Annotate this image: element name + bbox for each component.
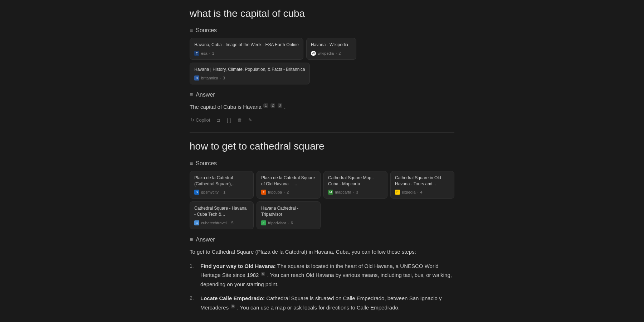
query-section-1: what is the capital of cuba ≡ Sources Ha… [190,7,454,124]
answer-icon-2: ≡ [190,236,193,243]
delete-button[interactable]: 🗑 [236,116,243,124]
source-favicon-cubatechtravel: C [194,220,199,225]
answer-period-1: . [284,104,286,110]
source-card-gpsmycity[interactable]: Plaza de la Catedral (Cathedral Square),… [190,171,254,199]
source-num-gpsmycity: 1 [223,190,225,194]
source-card-wiki[interactable]: Havana - Wikipedia W wikipedia · 2 [306,38,356,60]
source-meta-wiki: W wikipedia · 2 [311,51,352,56]
source-dot-tripadvisor: · [288,221,289,225]
step-1: 1. Find your way to Old Havana: The squa… [190,262,454,289]
copilot-icon: ↻ [190,117,194,123]
section-divider [190,132,454,133]
source-favicon-wiki: W [311,51,316,56]
source-title-wiki: Havana - Wikipedia [311,42,352,48]
edit-button[interactable]: ✎ [248,116,253,124]
source-site-wiki: wikipedia [318,51,334,55]
source-title-mapcarta: Cathedral Square Map - Cuba - Mapcarta [328,175,383,187]
step-1-num: 1. [190,262,196,289]
source-favicon-esa: E [194,51,199,56]
source-num-tripcuba: 2 [287,190,289,194]
bracket-button[interactable]: [ ] [226,116,231,124]
query-title-1: what is the capital of cuba [190,7,454,20]
source-site-britannica: britannica [201,76,218,80]
source-dot-expedia: · [418,190,419,194]
source-card-britannica[interactable]: Havana | History, Climate, Population, &… [190,63,310,84]
step-2-num: 2. [190,294,196,312]
source-card-esa[interactable]: Havana, Cuba - Image of the Week - ESA E… [190,38,303,60]
answer-icon-1: ≡ [190,92,193,98]
step-2-text2: . You can use a map or ask locals for di… [237,304,400,311]
citation-3[interactable]: 3 [278,103,283,108]
bookmark-icon: ⊐ [216,117,220,123]
query-title-2: how to get to cathedral square [190,140,454,153]
source-favicon-mapcarta: M [328,190,333,195]
step-2-bold: Locate Calle Empedrado: [200,295,265,301]
source-card-expedia[interactable]: Cathedral Square in Old Havana - Tours a… [390,171,454,199]
sources-header-1: ≡ Sources [190,27,454,34]
source-favicon-expedia: E [395,190,400,195]
answer-steps-list: 1. Find your way to Old Havana: The squa… [190,262,454,312]
answer-label-2: Answer [196,236,215,243]
query-section-2: how to get to cathedral square ≡ Sources… [190,140,454,312]
sources-grid-2-row2: Cathedral Square - Havana - Cuba Tech &.… [190,201,321,229]
trash-icon: 🗑 [237,117,242,123]
source-site-esa: esa [201,51,208,55]
copilot-button[interactable]: ↻ Copilot [190,116,211,124]
sources-header-2: ≡ Sources [190,160,454,167]
bookmark-button[interactable]: ⊐ [216,116,221,124]
source-title-esa: Havana, Cuba - Image of the Week - ESA E… [194,42,299,48]
source-meta-cubatechtravel: C cubatechtravel · 5 [194,220,249,225]
source-dot-mapcarta: · [353,190,354,194]
answer-section-1: ≡ Answer The capital of Cuba is Havana 1… [190,92,454,124]
page-container: what is the capital of cuba ≡ Sources Ha… [182,0,462,322]
source-title-gpsmycity: Plaza de la Catedral (Cathedral Square),… [194,175,249,187]
answer-text-main-1: The capital of Cuba is Havana [190,104,262,110]
source-dot-tripcuba: · [284,190,285,194]
source-title-britannica: Havana | History, Climate, Population, &… [194,67,305,73]
source-dot-wiki: · [336,51,337,55]
source-dot-cubatechtravel: · [229,221,230,225]
source-meta-tripadvisor: ✓ tripadvisor · 6 [261,220,316,225]
source-title-expedia: Cathedral Square in Old Havana - Tours a… [395,175,450,187]
citation-2[interactable]: 2 [270,103,275,108]
source-card-cubatechtravel[interactable]: Cathedral Square - Havana - Cuba Tech &.… [190,201,254,229]
step-1-content: Find your way to Old Havana: The square … [200,262,454,289]
source-title-tripadvisor: Havana Cathedral - Tripadvisor [261,205,316,218]
step-1-cite[interactable]: 6 [261,272,265,276]
source-num-cubatechtravel: 5 [231,221,234,225]
bracket-icon: [ ] [227,117,231,123]
source-site-tripadvisor: tripadvisor [268,221,286,225]
source-card-tripcuba[interactable]: Plaza de la Catedral Square of Old Havan… [257,171,321,199]
source-index-esa: 1 [212,51,214,55]
sources-label-1: Sources [196,27,217,34]
source-card-mapcarta[interactable]: Cathedral Square Map - Cuba - Mapcarta M… [323,171,387,199]
source-num-tripadvisor: 6 [291,221,293,225]
sources-grid-1: Havana, Cuba - Image of the Week - ESA E… [190,38,454,84]
answer-text-1: The capital of Cuba is Havana 1 2 3 . [190,102,454,112]
sources-icon-1: ≡ [190,27,193,34]
step-2: 2. Locate Calle Empedrado: Cathedral Squ… [190,294,454,312]
source-favicon-tripadvisor: ✓ [261,220,266,225]
source-meta-expedia: E expedia · 4 [395,190,450,195]
source-favicon-gpsmycity: G [194,190,199,195]
source-meta-britannica: B britannica · 3 [194,75,305,80]
step-1-bold: Find your way to Old Havana: [200,263,276,269]
answer-section-2: ≡ Answer To get to Cathedral Square (Pla… [190,236,454,312]
source-site-cubatechtravel: cubatechtravel [201,221,227,225]
source-site-gpsmycity: gpsmycity [201,190,219,194]
sources-label-2: Sources [196,160,217,167]
source-dot-britannica: · [220,76,221,80]
source-title-tripcuba: Plaza de la Catedral Square of Old Havan… [261,175,316,187]
source-site-mapcarta: mapcarta [335,190,351,194]
source-meta-mapcarta: M mapcarta · 3 [328,190,383,195]
source-meta-gpsmycity: G gpsmycity · 1 [194,190,249,195]
source-meta-tripcuba: T tripcuba · 2 [261,190,316,195]
citation-1[interactable]: 1 [263,103,268,108]
source-index-britannica: 3 [223,76,225,80]
step-2-cite[interactable]: 6 [231,304,235,308]
sources-grid-2-row1: Plaza de la Catedral (Cathedral Square),… [190,171,454,199]
source-card-tripadvisor[interactable]: Havana Cathedral - Tripadvisor ✓ tripadv… [257,201,321,229]
sources-icon-2: ≡ [190,160,193,167]
answer-header-2: ≡ Answer [190,236,454,243]
source-favicon-tripcuba: T [261,190,266,195]
